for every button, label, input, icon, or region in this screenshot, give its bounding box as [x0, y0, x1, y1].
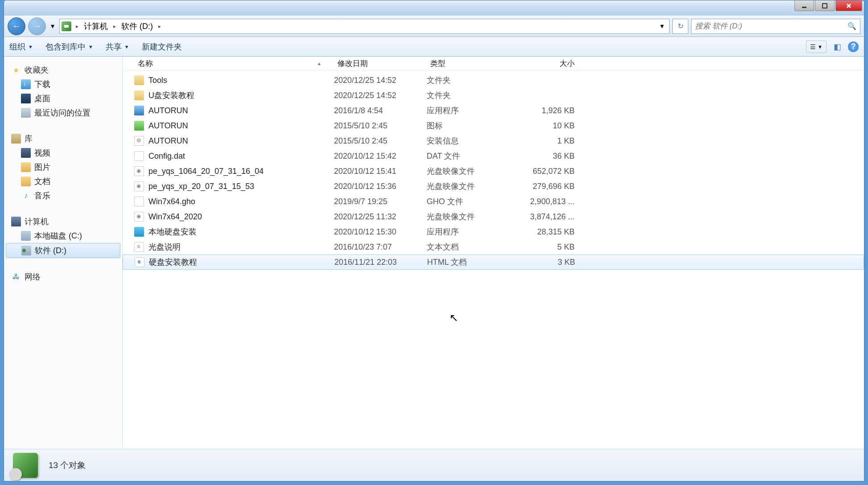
file-name: Win7x64_2020 — [148, 212, 202, 222]
computer-icon — [11, 217, 21, 226]
help-button[interactable]: ? — [848, 41, 859, 52]
maximize-button[interactable] — [815, 0, 835, 11]
sidebar-music[interactable]: ♪ 音乐 — [6, 189, 120, 203]
file-row[interactable]: U盘安装教程2020/12/25 14:52文件夹 — [123, 88, 864, 103]
sidebar-videos[interactable]: 视频 — [6, 146, 120, 160]
file-row[interactable]: Tools2020/12/25 14:52文件夹 — [123, 73, 864, 88]
sidebar-drive-c[interactable]: 本地磁盘 (C:) — [6, 229, 120, 243]
history-dropdown[interactable]: ▾ — [49, 17, 57, 35]
include-label: 包含到库中 — [45, 41, 86, 52]
address-dropdown[interactable]: ▾ — [657, 22, 667, 30]
navigation-pane[interactable]: ★ 收藏夹 下载 桌面 最近访问的位置 — [4, 57, 123, 449]
file-type: GHO 文件 — [427, 196, 520, 207]
address-bar[interactable]: ▸ 计算机 ▸ 软件 (D:) ▸ ▾ — [59, 19, 670, 34]
share-menu[interactable]: 共享 ▼ — [106, 41, 129, 52]
file-row[interactable]: 硬盘安装教程2016/11/21 22:03HTML 文档3 KB — [123, 255, 864, 270]
navigation-bar: ← → ▾ ▸ 计算机 ▸ 软件 (D:) ▸ ▾ ↻ 🔍 — [4, 16, 864, 37]
file-size: 5 KB — [520, 242, 578, 252]
col-date-label: 修改日期 — [337, 59, 368, 68]
chevron-right-icon[interactable]: ▸ — [111, 23, 118, 29]
file-name: Config.dat — [148, 152, 185, 161]
svg-rect-0 — [802, 7, 806, 8]
file-name: AUTORUN — [148, 106, 188, 115]
search-input[interactable] — [695, 22, 847, 31]
file-row[interactable]: 本地硬盘安装2020/10/12 15:30应用程序28,315 KB — [123, 224, 864, 239]
sidebar-computer[interactable]: 计算机 — [6, 214, 120, 229]
chevron-right-icon[interactable]: ▸ — [156, 23, 163, 29]
refresh-button[interactable]: ↻ — [672, 19, 688, 34]
recent-label: 最近访问的位置 — [34, 107, 91, 118]
sidebar-recent[interactable]: 最近访问的位置 — [6, 106, 120, 120]
column-header-type[interactable]: 类型 — [427, 57, 520, 71]
forward-button[interactable]: → — [28, 17, 46, 35]
sidebar-desktop[interactable]: 桌面 — [6, 91, 120, 106]
computer-group: 计算机 本地磁盘 (C:) 软件 (D:) — [6, 214, 120, 258]
file-type: 图标 — [427, 120, 520, 131]
file-size: 36 KB — [520, 152, 578, 161]
help-icon: ? — [851, 42, 856, 51]
file-name-cell: AUTORUN — [134, 121, 334, 131]
file-name: 本地硬盘安装 — [148, 226, 197, 237]
file-row[interactable]: AUTORUN2015/5/10 2:45安装信息1 KB — [123, 133, 864, 148]
file-name: 光盘说明 — [148, 242, 181, 252]
col-size-label: 大小 — [559, 59, 575, 68]
view-mode-button[interactable]: ☰ ▼ — [806, 41, 827, 53]
chevron-right-icon[interactable]: ▸ — [74, 23, 80, 29]
chevron-down-icon: ▼ — [818, 44, 823, 49]
file-type: 安装信息 — [427, 136, 520, 146]
refresh-icon: ↻ — [678, 22, 683, 30]
download-icon — [21, 79, 31, 89]
file-row[interactable]: AUTORUN2015/5/10 2:45图标10 KB — [123, 118, 864, 133]
sidebar-network[interactable]: 🖧 网络 — [6, 270, 120, 284]
file-row[interactable]: 光盘说明2016/10/23 7:07文本文档5 KB — [123, 239, 864, 255]
documents-label: 文档 — [34, 176, 50, 187]
column-header-name[interactable]: 名称 ▲ — [134, 57, 334, 71]
file-row[interactable]: AUTORUN2016/1/8 4:54应用程序1,926 KB — [123, 103, 864, 118]
share-label: 共享 — [106, 41, 122, 52]
iso-icon — [134, 181, 144, 191]
include-library-menu[interactable]: 包含到库中 ▼ — [45, 41, 93, 52]
file-type: 应用程序 — [427, 105, 520, 116]
column-header-date[interactable]: 修改日期 — [334, 57, 427, 71]
favorites-label: 收藏夹 — [25, 65, 49, 75]
minimize-button[interactable] — [794, 0, 814, 11]
svg-rect-1 — [823, 4, 827, 8]
preview-pane-button[interactable]: ◧ — [831, 41, 843, 53]
titlebar[interactable] — [4, 0, 864, 16]
file-size: 652,072 KB — [520, 167, 578, 176]
details-pane: 13 个对象 — [4, 449, 864, 481]
sidebar-favorites[interactable]: ★ 收藏夹 — [6, 63, 120, 77]
back-button[interactable]: ← — [8, 17, 25, 35]
search-box[interactable]: 🔍 — [691, 19, 860, 34]
sidebar-documents[interactable]: 文档 — [6, 174, 120, 189]
command-bar: 组织 ▼ 包含到库中 ▼ 共享 ▼ 新建文件夹 ☰ ▼ ◧ ? — [4, 37, 864, 57]
file-size: 279,696 KB — [520, 182, 578, 191]
newfolder-label: 新建文件夹 — [142, 41, 182, 52]
organize-menu[interactable]: 组织 ▼ — [9, 41, 33, 52]
file-row[interactable]: Config.dat2020/10/12 15:42DAT 文件36 KB — [123, 148, 864, 164]
sidebar-libraries[interactable]: 库 — [6, 132, 120, 146]
library-icon — [11, 134, 21, 144]
sidebar-drive-d[interactable]: 软件 (D:) — [6, 243, 120, 258]
search-icon[interactable]: 🔍 — [847, 22, 856, 30]
sidebar-pictures[interactable]: 图片 — [6, 160, 120, 174]
file-row[interactable]: Win7x64_20202020/12/25 11:32光盘映像文件3,874,… — [123, 209, 864, 224]
new-folder-button[interactable]: 新建文件夹 — [142, 41, 182, 52]
file-type: 文件夹 — [427, 90, 520, 101]
breadcrumb-drive[interactable]: 软件 (D:) — [119, 19, 156, 33]
breadcrumb-computer[interactable]: 计算机 — [81, 19, 111, 33]
sidebar-downloads[interactable]: 下载 — [6, 77, 120, 91]
minimize-icon — [801, 3, 807, 9]
column-header-size[interactable]: 大小 — [520, 57, 578, 71]
file-name-cell: 硬盘安装教程 — [135, 257, 334, 267]
drive-icon — [21, 246, 31, 255]
file-row[interactable]: pe_yqs_1064_20_07_31_16_042020/10/12 15:… — [123, 164, 864, 179]
pane-icon: ◧ — [834, 42, 841, 52]
file-row[interactable]: pe_yqs_xp_20_07_31_15_532020/10/12 15:36… — [123, 179, 864, 194]
file-list[interactable]: Tools2020/12/25 14:52文件夹U盘安装教程2020/12/25… — [123, 71, 864, 449]
close-icon — [846, 3, 852, 9]
recent-icon — [21, 108, 31, 118]
close-button[interactable] — [835, 0, 862, 11]
file-row[interactable]: Win7x64.gho2019/9/7 19:25GHO 文件2,900,813… — [123, 194, 864, 209]
file-name: Win7x64.gho — [148, 197, 195, 206]
